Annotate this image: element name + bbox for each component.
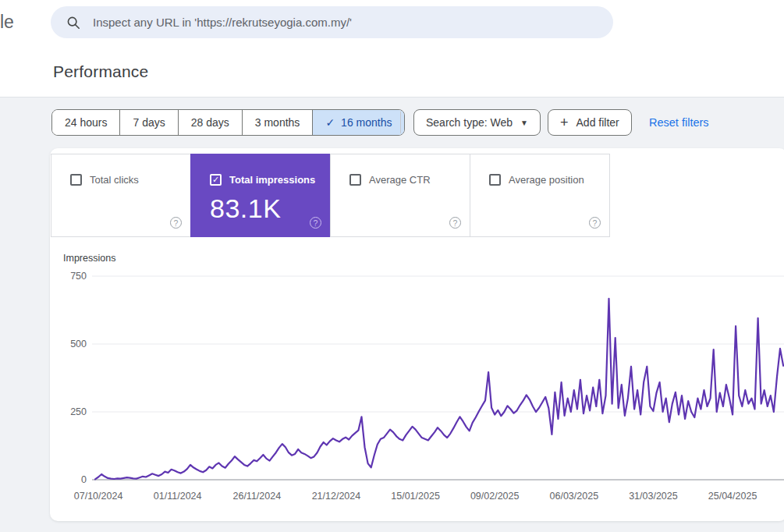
date-range-label: 16 months: [341, 116, 392, 129]
chevron-down-icon: ▼: [520, 119, 528, 127]
x-tick-label: 15/01/2025: [391, 491, 440, 502]
x-tick-label: 21/12/2024: [312, 491, 361, 502]
url-inspection-input[interactable]: [93, 16, 561, 29]
date-range-7-days[interactable]: 7 days: [119, 110, 177, 135]
url-inspection-bar[interactable]: [51, 6, 613, 38]
x-tick-label: 31/03/2025: [629, 491, 678, 502]
filter-divider: [400, 112, 401, 133]
date-range-group: 24 hours7 days28 days3 months✓16 months: [51, 109, 405, 136]
date-range-label: 24 hours: [65, 116, 107, 129]
date-range-3-months[interactable]: 3 months: [242, 110, 313, 135]
y-tick-label: 250: [70, 406, 87, 417]
y-tick-label: 0: [81, 474, 87, 485]
date-range-24-hours[interactable]: 24 hours: [52, 110, 119, 135]
date-range-28-days[interactable]: 28 days: [178, 110, 242, 135]
filter-bar: 24 hours7 days28 days3 months✓16 months …: [0, 98, 784, 148]
x-tick-label: 01/11/2024: [154, 491, 202, 502]
date-range-label: 7 days: [133, 116, 165, 129]
x-tick-label: 07/10/2024: [74, 491, 123, 502]
y-tick-label: 500: [70, 339, 87, 349]
performance-panel: Total clicks?✓Total impressions83.1K?Ave…: [50, 148, 784, 521]
search-type-dropdown[interactable]: Search type: Web ▼: [413, 109, 541, 136]
impressions-series-line: [95, 299, 783, 479]
search-type-label: Search type: Web: [426, 116, 513, 129]
google-logo-fragment: le: [0, 12, 14, 33]
add-filter-button[interactable]: + Add filter: [548, 109, 632, 136]
date-range-16-months[interactable]: ✓16 months: [312, 110, 404, 135]
plus-icon: +: [560, 115, 569, 129]
impressions-line-chart[interactable]: 025050075007/10/202401/11/202426/11/2024…: [50, 148, 784, 521]
date-range-label: 3 months: [255, 116, 300, 129]
add-filter-label: Add filter: [576, 116, 619, 129]
date-range-label: 28 days: [191, 116, 229, 129]
x-tick-label: 06/03/2025: [550, 491, 599, 502]
x-tick-label: 09/02/2025: [470, 491, 520, 502]
top-header: le Performance: [0, 0, 784, 98]
y-tick-label: 750: [70, 271, 87, 282]
page-title: Performance: [53, 62, 148, 81]
x-tick-label: 26/11/2024: [232, 491, 281, 502]
search-icon: [66, 16, 80, 30]
reset-filters-link[interactable]: Reset filters: [649, 116, 709, 129]
check-icon: ✓: [325, 116, 335, 129]
x-tick-label: 25/04/2025: [708, 491, 757, 502]
